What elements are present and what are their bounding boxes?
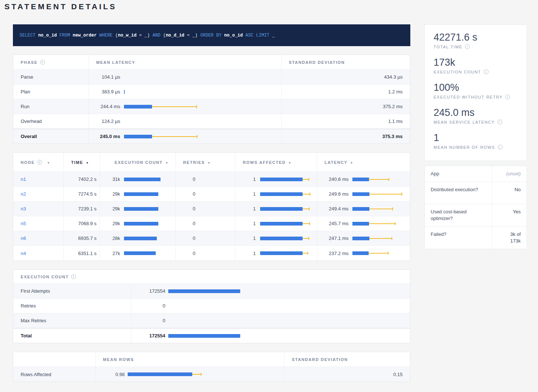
execution-count-bar	[124, 236, 170, 241]
stat-label-text: MEAN SERVICE LATENCY	[434, 120, 495, 124]
latency-bar	[124, 104, 274, 109]
info-icon[interactable]	[484, 69, 489, 74]
node-cell: n6	[13, 231, 64, 245]
node-link[interactable]: n3	[21, 206, 26, 212]
exec-label-cell: Retries	[13, 299, 131, 313]
node-link[interactable]: n2	[21, 191, 26, 197]
detail-label: App	[425, 166, 492, 182]
stat-execution-count: 173k EXECUTION COUNT	[434, 56, 518, 82]
execution-count-value: 29k	[100, 191, 120, 197]
stat-total-time: 42271.6 s TOTAL TIME	[434, 31, 518, 56]
page-title: STATEMENT DETAILS	[4, 2, 117, 11]
sort-desc-icon	[165, 160, 169, 165]
sort-desc-icon	[207, 160, 211, 165]
detail-label: Used cost-based optimizer?	[425, 204, 492, 226]
info-icon[interactable]	[497, 120, 502, 124]
execution-count-bar	[124, 251, 170, 255]
latency-bar	[352, 177, 404, 182]
column-header-mean-latency: MEAN LATENCY	[89, 55, 282, 69]
node-link[interactable]: n6	[21, 235, 26, 241]
phase-row-overall: Overall 245.0 ms 375.3 ms	[13, 129, 410, 144]
stat-label: TOTAL TIME	[434, 44, 518, 49]
mean-latency-cell: 124.2 µs	[89, 114, 282, 128]
phase-cell: Overall	[13, 129, 89, 144]
stat-label-text: EXECUTION COUNT	[434, 70, 481, 74]
column-header-execution-count[interactable]: EXECUTION COUNT	[100, 153, 176, 172]
node-link[interactable]: n4	[21, 251, 26, 256]
info-icon[interactable]	[71, 274, 76, 279]
stat-label-text: MEAN NUMBER OF ROWS	[434, 145, 495, 149]
retries-cell: 0	[176, 172, 235, 186]
exec-count-bar	[168, 319, 403, 323]
stat-value: 245.0 ms	[434, 107, 518, 118]
exec-count-value: 0	[131, 303, 165, 309]
node-row: n6 6935.7 s 28k 0 1 247.1 ms	[13, 231, 410, 246]
detail-label: Failed?	[425, 227, 492, 249]
stat-label: MEAN SERVICE LATENCY	[434, 120, 518, 124]
column-header-retries[interactable]: RETRIES	[176, 153, 235, 172]
info-icon[interactable]	[40, 60, 45, 65]
phase-table: PHASE MEAN LATENCY STANDARD DEVIATION Pa…	[13, 55, 410, 144]
retries-cell: 0	[176, 231, 235, 245]
phase-cell: Plan	[13, 85, 89, 99]
detail-value: Yes	[492, 204, 527, 226]
exec-value-cell: 0	[131, 299, 410, 313]
execution-count-cell: 29k	[100, 202, 176, 216]
detail-row-failed: Failed? 3k of 173k	[425, 227, 527, 249]
execution-count-value: 27k	[100, 251, 120, 256]
node-link[interactable]: n5	[21, 221, 26, 226]
rows-affected-bar	[260, 207, 312, 211]
stat-label-text: TOTAL TIME	[434, 45, 462, 49]
latency-value: 240.6 ms	[317, 176, 349, 182]
time-cell: 7239.1 s	[64, 202, 100, 216]
mean-latency-value: 104.1 µs	[89, 74, 120, 80]
column-header-time[interactable]: TIME	[64, 153, 100, 172]
detail-row-cost-based-optimizer: Used cost-based optimizer? Yes	[425, 204, 527, 227]
phase-cell: Parse	[13, 70, 89, 84]
node-row: n2 7274.5 s 29k 0 1 249.6 ms	[13, 187, 410, 202]
sql-box: SELECT no_o_id FROM new_order WHERE (no_…	[13, 24, 410, 46]
column-header-rows-affected[interactable]: ROWS AFFECTED	[235, 153, 317, 172]
execution-count-cell: 29k	[100, 187, 176, 201]
node-link[interactable]: n1	[21, 176, 26, 182]
node-cell: n2	[13, 187, 64, 201]
rows-affected-cell: 1	[235, 202, 317, 216]
mean-latency-cell: 244.4 ms	[89, 99, 282, 114]
mean-rows-bar	[128, 372, 277, 376]
column-header-phase: PHASE	[13, 55, 89, 69]
stat-label: MEAN NUMBER OF ROWS	[434, 145, 518, 149]
rows-affected-bar	[260, 221, 312, 226]
column-header-standard-deviation: STANDARD DEVIATION	[284, 352, 410, 367]
latency-bar	[352, 251, 404, 255]
info-icon[interactable]	[465, 44, 470, 49]
rows-affected-bar	[260, 192, 312, 196]
info-icon[interactable]	[505, 94, 510, 99]
rows-affected-value: 1	[235, 206, 256, 212]
summary-sidebar: 42271.6 s TOTAL TIME 173k EXECUTION COUN…	[424, 24, 527, 249]
column-label: EXECUTION COUNT	[115, 160, 163, 165]
rows-affected-value: 1	[235, 176, 256, 182]
column-header-latency[interactable]: LATENCY	[317, 153, 410, 172]
mean-latency-value: 124.2 µs	[89, 118, 120, 124]
stat-value: 173k	[434, 56, 518, 68]
exec-count-value: 172554	[131, 288, 165, 294]
column-label: TIME	[71, 160, 83, 165]
rows-affected-bar	[260, 236, 312, 241]
mean-rows-value: 0.98	[96, 372, 125, 377]
phase-row-run: Run 244.4 ms 375.2 ms	[13, 99, 410, 114]
node-table-header: NODE TIME EXECUTION COUNT RETRIES ROWS A…	[13, 153, 410, 172]
exec-row-max-retries: Max Retries 0	[13, 313, 410, 328]
rows-affected-cell: 1	[235, 172, 317, 186]
execution-count-bar	[124, 192, 170, 196]
mean-rows-cell: 0.98	[96, 367, 284, 382]
column-header-node[interactable]: NODE	[13, 153, 64, 172]
rows-affected-bar	[260, 251, 312, 255]
execution-count-value: 31k	[100, 176, 120, 182]
info-icon[interactable]	[498, 145, 503, 149]
info-icon[interactable]	[37, 160, 42, 165]
stat-mean-service-latency: 245.0 ms MEAN SERVICE LATENCY	[434, 107, 518, 132]
column-label: PHASE	[21, 60, 38, 65]
exec-value-cell: 172554	[131, 284, 410, 298]
detail-row-app: App (unset)	[425, 166, 527, 182]
phase-row-parse: Parse 104.1 µs 434.3 µs	[13, 70, 410, 85]
